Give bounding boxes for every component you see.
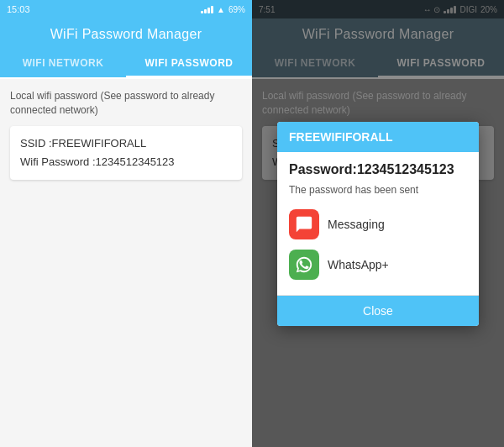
dialog-sent-text: The password has been sent <box>289 184 467 196</box>
messaging-label: Messaging <box>328 218 385 231</box>
ssid-label-left: SSID :FREEWIFIFORALL <box>20 134 232 153</box>
phone-left: 15:03 ▲ 69% WiFi Password Manager WIFI N… <box>0 0 252 447</box>
dialog-close-button[interactable]: Close <box>277 296 479 326</box>
dialog-footer: Close <box>277 295 479 326</box>
subtitle-left: Local wifi password (See password to alr… <box>10 89 242 118</box>
whatsapp-icon <box>289 250 319 280</box>
whatsapp-app-item[interactable]: WhatsApp+ <box>289 245 467 285</box>
dialog-overlay: FREEWIFIFORALL Password:1234512345123 Th… <box>252 0 504 447</box>
status-time-left: 15:03 <box>7 4 30 14</box>
signal-icon-left <box>201 5 213 13</box>
battery-text-left: 69% <box>228 5 245 14</box>
wifi-icon-left: ▲ <box>217 5 225 14</box>
password-label-left: Wifi Password :1234512345123 <box>20 153 232 171</box>
dialog-body: Password:1234512345123 The password has … <box>277 152 479 295</box>
tabs-left: WIFI NETWORK WIFI PASSWORD <box>0 50 252 79</box>
status-icons-left: ▲ 69% <box>201 5 245 14</box>
status-bar-left: 15:03 ▲ 69% <box>0 0 252 18</box>
dialog-password-text: Password:1234512345123 <box>289 162 467 177</box>
phone-right: 7:51 ↔ ⊙ DIGI 20% WiFi Password Manager … <box>252 0 504 447</box>
wifi-info-card-left: SSID :FREEWIFIFORALL Wifi Password :1234… <box>10 126 242 180</box>
content-left: Local wifi password (See password to alr… <box>0 79 252 447</box>
app-header-left: WiFi Password Manager <box>0 18 252 50</box>
whatsapp-label: WhatsApp+ <box>328 258 389 271</box>
messaging-app-item[interactable]: Messaging <box>289 204 467 245</box>
tab-wifi-password-left[interactable]: WIFI PASSWORD <box>126 50 252 77</box>
share-dialog: FREEWIFIFORALL Password:1234512345123 Th… <box>277 122 479 326</box>
tab-wifi-network-left[interactable]: WIFI NETWORK <box>0 50 126 77</box>
dialog-title: FREEWIFIFORALL <box>277 122 479 152</box>
messaging-icon <box>289 209 319 239</box>
